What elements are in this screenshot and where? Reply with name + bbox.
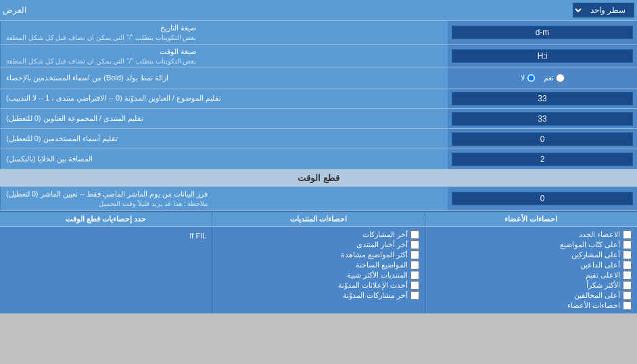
stats-cutoff-header: حدد إحصاءيات قطع الوقت [0,212,212,226]
time-format-row: صيغة الوقت بعض التكوينات يتطلب "/" التي … [0,45,637,68]
list-item: آخر أخبار المنتدى [218,240,419,249]
stats-headers-row: احصاءات الأعضاء احصاءات المنتديات حدد إح… [0,212,637,227]
date-format-input[interactable] [452,26,633,39]
checkbox-top-inviters[interactable] [623,261,632,269]
user-name-limit-row: تقليم أسماء المستخدمين (0 للتعطيل) [0,129,637,149]
list-item: الأكثر شكراً [431,281,632,290]
bold-radio-yes-label[interactable]: نعم [544,74,565,82]
checkbox-hot-topics[interactable] [410,261,419,269]
forum-group-limit-row: تقليم المنتدى / المجموعة العناوين (0 للت… [0,109,637,129]
checkbox-last-blog-posts[interactable] [410,291,419,300]
time-cutoff-label: فرز البيانات من يوم الماشر الماضي فقط --… [0,187,448,210]
time-cutoff-input[interactable] [452,192,633,205]
cell-spacing-input-cell [448,149,637,169]
forum-title-input[interactable] [452,92,633,105]
stats-forums-cell: آخر المشاركات آخر أخبار المنتدى أكثر الم… [212,227,424,313]
list-item: الاعلى تقيم [431,271,632,280]
checkbox-members-stats[interactable] [623,301,632,310]
bold-remove-row: نعم لا ازالة نمط بولد (Bold) من اسماء ال… [0,68,637,88]
list-item: أعلى المشاركين [431,251,632,259]
checkbox-top-writers[interactable] [623,240,632,249]
display-section-label: العرض [3,5,573,15]
list-item: احصاءات الأعضاء [431,301,632,310]
stats-members-cell: الاعضاء الجدد أعلى كتّاب المواضيع أعلى ا… [425,227,637,313]
list-item: أعلى الداعين [431,261,632,269]
checkbox-top-violations[interactable] [623,291,632,300]
list-item: آخر المشاركات [218,230,419,239]
time-format-input-cell [448,45,637,68]
time-format-label: صيغة الوقت بعض التكوينات يتطلب "/" التي … [0,45,448,68]
bold-radio-no[interactable] [527,74,536,82]
forum-group-label: تقليم المنتدى / المجموعة العناوين (0 للت… [0,109,448,128]
stats-forums-header: احصاءات المنتديات [212,212,424,226]
stats-members-header: احصاءات الأعضاء [425,212,637,226]
list-item: أعلى كتّاب المواضيع [431,240,632,249]
main-container: سطر واحد سطرين ثلاثة أسطر العرض صيغة الت… [0,0,637,314]
cell-spacing-label: المسافة بين الخلايا (بالبكسل) [0,149,448,169]
time-cutoff-input-cell [448,187,637,210]
checkbox-most-thanked[interactable] [623,281,632,290]
user-name-input-cell [448,129,637,149]
bold-radio-no-label[interactable]: لا [521,74,536,82]
date-format-input-cell [448,21,637,44]
forum-title-limit-row: تقليم الموضوع / العناوين المدوّنة (0 -- … [0,88,637,109]
bold-remove-label: ازالة نمط بولد (Bold) من اسماء المستخدمي… [0,68,448,88]
checkbox-last-posts[interactable] [410,230,419,239]
forum-group-input-cell [448,109,637,128]
time-format-input[interactable] [452,49,633,63]
cell-spacing-input[interactable] [452,153,633,166]
list-item: الاعضاء الجدد [431,230,632,239]
list-item: أعلى المخالفين [431,291,632,300]
stats-content-row: الاعضاء الجدد أعلى كتّاب المواضيع أعلى ا… [0,227,637,314]
date-format-label: صيغة التاريخ بعض التكوينات يتطلب "/" الت… [0,21,448,44]
cell-spacing-row: المسافة بين الخلايا (بالبكسل) [0,149,637,170]
forum-title-input-cell [448,88,637,108]
list-item: آخر مشاركات المدوّنة [218,291,419,300]
stats-section: احصاءات الأعضاء احصاءات المنتديات حدد إح… [0,211,637,314]
checkbox-members-new[interactable] [623,230,632,239]
forum-title-label: تقليم الموضوع / العناوين المدوّنة (0 -- … [0,88,448,108]
list-item: المنتديات الأكثر شبية [218,271,419,280]
checkbox-top-posters[interactable] [623,251,632,259]
user-name-label: تقليم أسماء المستخدمين (0 للتعطيل) [0,129,448,149]
cutoff-info-text: If FIL [5,229,206,242]
bold-radio-yes[interactable] [556,74,565,82]
date-format-row: صيغة التاريخ بعض التكوينات يتطلب "/" الت… [0,21,637,45]
time-cutoff-header: قطع الوقت [0,170,637,187]
bold-radio-cell: نعم لا [448,68,637,88]
checkbox-latest-announcements[interactable] [410,281,419,290]
checkbox-most-viewed[interactable] [410,251,419,259]
stats-cutoff-cell: If FIL [0,227,212,313]
display-header-row: سطر واحد سطرين ثلاثة أسطر العرض [0,0,637,21]
checkbox-top-rated[interactable] [623,271,632,280]
list-item: أكثر المواضيع مشاهدة [218,251,419,259]
list-item: المواضيع الساخنة [218,261,419,269]
user-name-input[interactable] [452,132,633,146]
display-dropdown[interactable]: سطر واحد سطرين ثلاثة أسطر [573,3,634,18]
forum-group-input[interactable] [452,112,633,126]
list-item: أحدث الإعلانات المدوّنة [218,281,419,290]
checkbox-most-similar[interactable] [410,271,419,280]
checkbox-last-news[interactable] [410,240,419,249]
time-cutoff-row: فرز البيانات من يوم الماشر الماضي فقط --… [0,187,637,211]
